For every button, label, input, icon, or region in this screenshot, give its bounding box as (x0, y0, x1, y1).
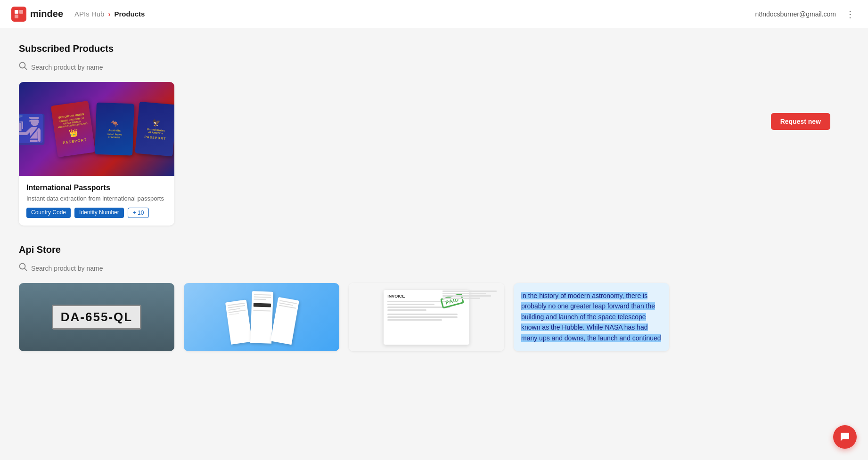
tag-more[interactable]: + 10 (128, 208, 149, 218)
passport-card-title: International Passports (26, 184, 167, 192)
subscribed-products-grid: EUROPEAN UNION UNITED KINGDOM OFGREAT BR… (19, 82, 849, 226)
svg-rect-1 (19, 10, 23, 14)
tag-identity-number[interactable]: Identity Number (74, 208, 124, 218)
logo-link[interactable]: mindee (11, 7, 63, 22)
main-content: Subscribed Products Request new (0, 28, 868, 378)
subscribed-search-input[interactable] (31, 64, 154, 71)
passport-card-image: EUROPEAN UNION UNITED KINGDOM OFGREAT BR… (19, 82, 174, 176)
nav-current-page: Products (114, 10, 145, 18)
breadcrumb-nav: APIs Hub › Products (74, 10, 755, 18)
api-store-title: Api Store (19, 244, 849, 255)
api-store-products-grid: INVOICE PAID (19, 283, 849, 351)
tag-country-code[interactable]: Country Code (26, 208, 71, 218)
subscribed-section-title: Subscribed Products (19, 43, 849, 54)
subscribed-search-bar (19, 62, 849, 73)
svg-line-4 (25, 67, 27, 70)
nav-hub-link[interactable]: APIs Hub (74, 10, 104, 18)
passport-card-tags: Country Code Identity Number + 10 (26, 208, 167, 218)
article-text-highlight: in the history of modern astronomy, ther… (521, 292, 661, 342)
passport-card-body: International Passports Instant data ext… (19, 176, 174, 226)
logo-icon (11, 7, 26, 22)
header-menu-button[interactable]: ⋮ (843, 7, 857, 22)
store-card-invoice[interactable]: INVOICE PAID (349, 283, 504, 351)
svg-rect-0 (15, 10, 18, 14)
article-text: in the history of modern astronomy, ther… (521, 291, 662, 343)
logo-text: mindee (30, 8, 63, 19)
store-card-invoice-raid[interactable]: in the history of modern astronomy, ther… (514, 283, 669, 351)
svg-rect-2 (15, 15, 18, 18)
product-card-international-passports[interactable]: EUROPEAN UNION UNITED KINGDOM OFGREAT BR… (19, 82, 174, 226)
store-card-receipts[interactable] (184, 283, 339, 351)
subscribed-search-icon (19, 62, 27, 73)
svg-line-6 (25, 268, 27, 271)
nav-separator-icon: › (108, 10, 110, 18)
api-store-search-input[interactable] (31, 265, 154, 272)
request-new-button[interactable]: Request new (771, 113, 830, 130)
api-store-section: Api Store (19, 244, 849, 351)
receipt-card-image (184, 283, 339, 351)
header-right: n8ndocsburner@gmail.com ⋮ (755, 7, 857, 22)
invoice-card-image: INVOICE PAID (349, 283, 504, 351)
user-email: n8ndocsburner@gmail.com (755, 10, 836, 18)
api-store-search-icon (19, 263, 27, 274)
passport-card-description: Instant data extraction from internation… (26, 195, 167, 202)
app-header: mindee APIs Hub › Products n8ndocsburner… (0, 0, 868, 28)
api-store-search-bar (19, 263, 849, 274)
subscribed-products-section: Subscribed Products Request new (19, 43, 849, 226)
store-card-license-plate[interactable] (19, 283, 174, 351)
license-plate-card-image (19, 283, 174, 351)
